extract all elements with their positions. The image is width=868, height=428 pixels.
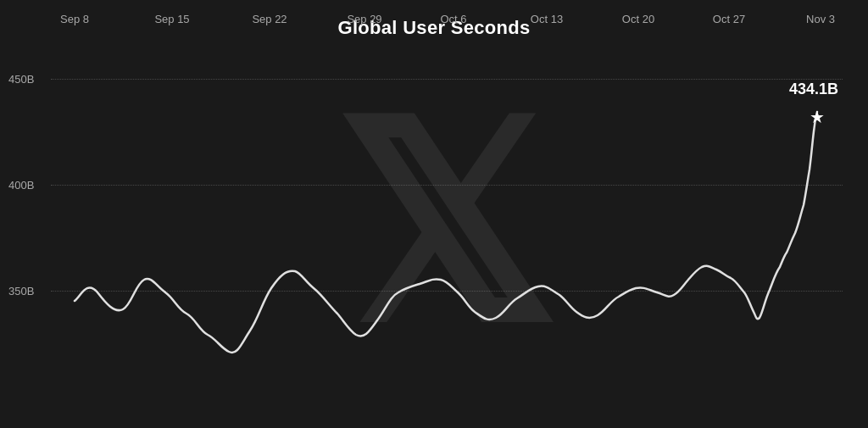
- x-label-sep29: Sep 29: [347, 13, 381, 424]
- x-label-sep8: Sep 8: [60, 13, 89, 424]
- x-label-oct27: Oct 27: [713, 13, 745, 424]
- x-label-oct20: Oct 20: [622, 13, 654, 424]
- x-label-oct6: Oct 6: [440, 13, 466, 424]
- chart-container: 𝕏 Global User Seconds 450B 400B 350B ★ 4…: [0, 0, 868, 428]
- x-label-sep15: Sep 15: [154, 13, 189, 424]
- x-label-nov3: Nov 3: [806, 13, 835, 424]
- x-label-oct13: Oct 13: [531, 13, 563, 424]
- x-label-sep22: Sep 22: [252, 13, 287, 424]
